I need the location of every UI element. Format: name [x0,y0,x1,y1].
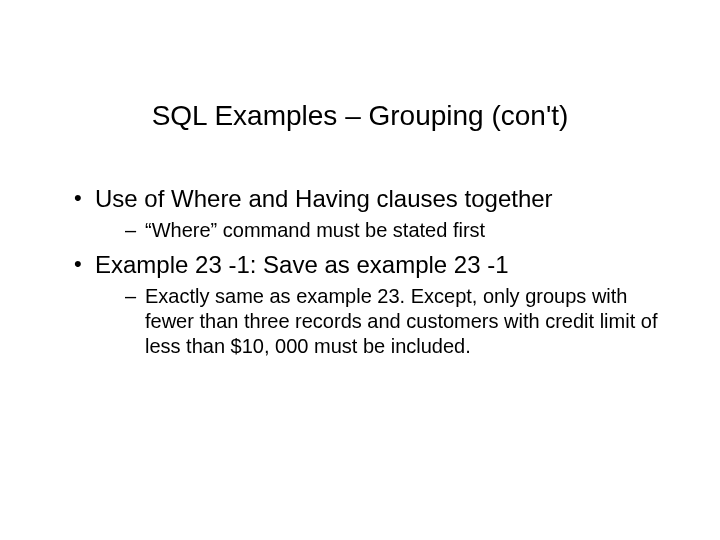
bullet-item: Use of Where and Having clauses together… [70,185,670,243]
slide-body: Use of Where and Having clauses together… [70,185,670,367]
bullet-text: Use of Where and Having clauses together [95,185,553,212]
sub-bullet-text: “Where” command must be stated first [145,219,485,241]
slide: SQL Examples – Grouping (con't) Use of W… [0,0,720,540]
bullet-text: Example 23 -1: Save as example 23 -1 [95,251,509,278]
sub-bullet-item: “Where” command must be stated first [95,218,670,243]
bullet-list-level1: Use of Where and Having clauses together… [70,185,670,359]
sub-bullet-text: Exactly same as example 23. Except, only… [145,285,657,357]
bullet-list-level2: Exactly same as example 23. Except, only… [95,284,670,359]
bullet-item: Example 23 -1: Save as example 23 -1 Exa… [70,251,670,359]
bullet-list-level2: “Where” command must be stated first [95,218,670,243]
sub-bullet-item: Exactly same as example 23. Except, only… [95,284,670,359]
slide-title: SQL Examples – Grouping (con't) [0,100,720,132]
